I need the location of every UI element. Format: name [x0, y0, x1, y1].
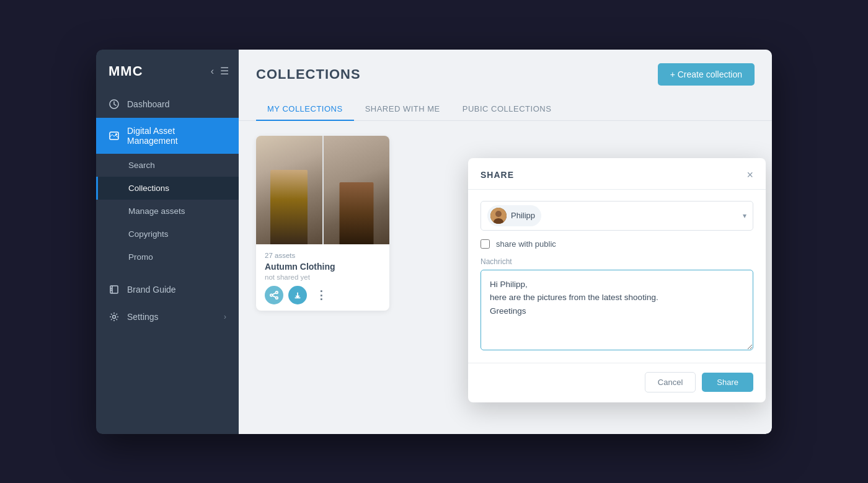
- sidebar-sub-nav: Search Collections Manage assets Copyrig…: [96, 154, 239, 268]
- dialog-header: SHARE ×: [468, 158, 766, 190]
- recipient-tag: Philipp: [487, 205, 541, 226]
- svg-point-6: [276, 296, 278, 299]
- collapse-button[interactable]: ‹: [211, 66, 214, 77]
- cancel-button[interactable]: Cancel: [645, 372, 696, 392]
- book-icon: [108, 284, 120, 295]
- sidebar-item-promo[interactable]: Promo: [96, 246, 239, 268]
- collection-actions: ⋮: [265, 286, 381, 304]
- sidebar-item-label: Digital Asset Management: [127, 126, 226, 146]
- dropdown-icon[interactable]: ▾: [743, 211, 746, 220]
- page-title: COLLECTIONS: [256, 66, 361, 82]
- sidebar-item-brand-guide[interactable]: Brand Guide: [96, 276, 239, 303]
- svg-point-5: [270, 294, 273, 296]
- sidebar-item-promo-label: Promo: [128, 252, 153, 262]
- collection-name: Autumn Clothing: [265, 262, 381, 272]
- sidebar-item-label: Dashboard: [127, 99, 170, 109]
- sidebar-item-search-label: Search: [128, 161, 155, 170]
- collection-assets-count: 27 assets: [265, 252, 381, 259]
- dialog-body: Philipp ▾ share with public Nachricht Hi…: [468, 190, 766, 363]
- collection-info: 27 assets Autumn Clothing not shared yet: [256, 244, 389, 311]
- sidebar-item-digital-asset-management[interactable]: Digital Asset Management: [96, 118, 239, 154]
- share-button[interactable]: Share: [702, 373, 753, 392]
- sidebar-item-collections[interactable]: Collections: [96, 177, 239, 200]
- share-dialog[interactable]: SHARE ×: [468, 158, 766, 402]
- tab-shared-with-me[interactable]: SHARED WITH ME: [354, 98, 451, 121]
- sidebar-header: MMC ‹ ☰: [96, 50, 239, 91]
- sidebar-nav: Dashboard Digital Asset Management Searc…: [96, 91, 239, 434]
- sidebar-item-dashboard[interactable]: Dashboard: [96, 91, 239, 118]
- sidebar-item-search[interactable]: Search: [96, 154, 239, 177]
- collection-image-2: [324, 136, 390, 244]
- svg-point-3: [113, 315, 116, 318]
- dialog-footer: Cancel Share: [468, 363, 766, 402]
- sidebar-item-manage-assets[interactable]: Manage assets: [96, 200, 239, 223]
- menu-icon: ☰: [220, 65, 229, 77]
- sidebar-item-collections-label: Collections: [128, 184, 169, 193]
- svg-point-4: [276, 291, 278, 293]
- sidebar-header-icons: ‹ ☰: [211, 65, 229, 77]
- sidebar-item-copyrights-label: Copyrights: [128, 229, 169, 239]
- create-collection-button[interactable]: + Create collection: [658, 63, 755, 86]
- share-action-button[interactable]: [265, 286, 283, 304]
- menu-button[interactable]: ☰: [220, 65, 229, 77]
- sidebar-item-label: Brand Guide: [127, 285, 176, 295]
- chevron-right-icon: ›: [224, 312, 226, 321]
- main-content: COLLECTIONS + Create collection MY COLLE…: [239, 50, 772, 434]
- share-public-label[interactable]: share with public: [496, 239, 556, 249]
- recipient-avatar: [490, 208, 507, 224]
- collection-card[interactable]: 27 assets Autumn Clothing not shared yet: [256, 136, 389, 311]
- collapse-icon: ‹: [211, 66, 214, 77]
- tabs-bar: MY COLLECTIONS SHARED WITH ME PUBIC COLL…: [239, 88, 772, 121]
- collection-image-1: [256, 136, 322, 244]
- dialog-close-button[interactable]: ×: [746, 169, 753, 180]
- sidebar-item-copyrights[interactable]: Copyrights: [96, 223, 239, 246]
- image-icon: [108, 130, 120, 141]
- recipient-row: Philipp ▾: [480, 201, 753, 231]
- tab-my-collections[interactable]: MY COLLECTIONS: [256, 98, 354, 121]
- download-action-button[interactable]: [288, 286, 307, 304]
- sidebar-item-label: Settings: [127, 312, 159, 322]
- more-action-button[interactable]: ⋮: [312, 286, 330, 304]
- app-logo: MMC: [108, 63, 143, 79]
- svg-point-9: [494, 218, 503, 224]
- sidebar: MMC ‹ ☰ Dashboard: [96, 50, 239, 434]
- svg-point-8: [495, 211, 502, 217]
- tab-public-collections[interactable]: PUBIC COLLECTIONS: [451, 98, 563, 121]
- sidebar-item-settings[interactable]: Settings ›: [96, 303, 239, 330]
- dashboard-icon: [108, 99, 120, 110]
- recipient-name: Philipp: [511, 211, 535, 220]
- settings-icon: [108, 311, 120, 322]
- main-header: COLLECTIONS + Create collection: [239, 50, 772, 86]
- sidebar-item-manage-assets-label: Manage assets: [128, 206, 185, 216]
- svg-point-2: [115, 133, 117, 135]
- dialog-title: SHARE: [480, 170, 514, 180]
- share-public-checkbox[interactable]: [480, 239, 490, 249]
- collection-images: [256, 136, 389, 244]
- checkbox-row: share with public: [480, 239, 753, 249]
- message-textarea[interactable]: Hi Philipp, here are the pictures from t…: [480, 270, 753, 350]
- message-label: Nachricht: [480, 257, 753, 266]
- collection-status: not shared yet: [265, 273, 381, 281]
